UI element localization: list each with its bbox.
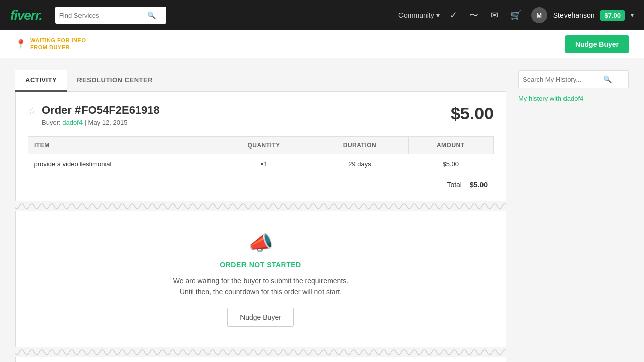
- order-not-started-section: 📣 ORDER NOT STARTED We are waiting for t…: [15, 211, 506, 347]
- row-quantity: ×1: [216, 154, 311, 174]
- logo[interactable]: fiverr.: [10, 8, 42, 23]
- messages-icon[interactable]: ✉: [489, 10, 500, 21]
- checkmark-icon[interactable]: ✓: [448, 10, 459, 21]
- right-panel: 🔍 My history with dadof4: [518, 70, 629, 362]
- nav-right: M Stevehanson $7.00 ▾: [531, 7, 634, 23]
- order-status-label: ORDER NOT STARTED: [28, 261, 494, 269]
- wavy-divider-bottom: [15, 347, 506, 357]
- history-search-input[interactable]: [523, 76, 603, 83]
- row-item: provide a video testimonial: [28, 154, 216, 174]
- search-bar[interactable]: 🔍: [55, 7, 166, 24]
- nudge-buyer-button-top[interactable]: Nudge Buyer: [565, 35, 629, 53]
- status-line1: WAITING FOR INFO: [30, 37, 86, 44]
- pin-icon: 📍: [15, 39, 26, 50]
- quick-response-section: Use a quick response ▾ NEW: [15, 357, 506, 362]
- favorite-star-icon[interactable]: ☆: [28, 105, 37, 117]
- left-panel: ACTIVITY RESOLUTION CENTER ☆ Order #FO54…: [15, 70, 506, 362]
- search-input[interactable]: [59, 12, 147, 19]
- nudge-buyer-button-center[interactable]: Nudge Buyer: [227, 308, 294, 327]
- col-quantity: QUANTITY: [216, 137, 311, 154]
- community-button[interactable]: Community ▾: [398, 11, 440, 19]
- cart-icon[interactable]: 🛒: [508, 10, 523, 21]
- order-title: Order #FO54F2E61918: [42, 104, 160, 117]
- analytics-icon[interactable]: 〜: [467, 9, 480, 21]
- username-label: Stevehanson: [553, 11, 595, 19]
- col-amount: AMOUNT: [408, 137, 493, 154]
- user-menu-chevron-icon[interactable]: ▾: [631, 12, 634, 19]
- community-chevron-icon: ▾: [436, 11, 440, 19]
- buyer-name-link[interactable]: dadof4: [62, 119, 83, 126]
- avatar[interactable]: M: [531, 7, 547, 23]
- status-left: 📍 WAITING FOR INFO FROM BUYER: [15, 37, 86, 50]
- table-row: provide a video testimonial ×1 29 days $…: [28, 154, 494, 174]
- order-price: $5.00: [451, 104, 494, 123]
- main-content: ACTIVITY RESOLUTION CENTER ☆ Order #FO54…: [0, 58, 644, 362]
- history-search-bar[interactable]: 🔍: [518, 70, 629, 88]
- wavy-divider-top: [15, 201, 506, 211]
- order-header: ☆ Order #FO54F2E61918 Buyer: dadof4 | Ma…: [28, 104, 494, 126]
- total-amount: $5.00: [470, 180, 488, 189]
- navbar: fiverr. 🔍 Community ▾ ✓ 〜 ✉ 🛒 M Stevehan…: [0, 0, 644, 30]
- row-duration: 29 days: [311, 154, 408, 174]
- status-bar: 📍 WAITING FOR INFO FROM BUYER Nudge Buye…: [0, 30, 644, 58]
- order-table: ITEM QUANTITY DURATION AMOUNT provide a …: [28, 136, 494, 174]
- megaphone-icon: 📣: [28, 231, 494, 255]
- order-title-section: ☆ Order #FO54F2E61918 Buyer: dadof4 | Ma…: [28, 104, 160, 126]
- row-amount: $5.00: [408, 154, 493, 174]
- tabs: ACTIVITY RESOLUTION CENTER: [15, 70, 506, 92]
- search-icon: 🔍: [147, 11, 156, 19]
- total-row: Total $5.00: [28, 174, 494, 189]
- status-line2: FROM BUYER: [30, 44, 86, 51]
- col-duration: DURATION: [311, 137, 408, 154]
- col-item: ITEM: [28, 137, 216, 154]
- balance-badge[interactable]: $7.00: [600, 10, 625, 21]
- status-description: We are waiting for the buyer to submit t…: [28, 275, 494, 298]
- status-text-block: WAITING FOR INFO FROM BUYER: [30, 37, 86, 50]
- order-card: ☆ Order #FO54F2E61918 Buyer: dadof4 | Ma…: [15, 92, 506, 201]
- history-link[interactable]: My history with dadof4: [518, 95, 629, 102]
- total-label: Total: [447, 180, 462, 189]
- order-meta: Buyer: dadof4 | May 12, 2015: [42, 119, 160, 126]
- history-search-icon: 🔍: [603, 75, 612, 83]
- tab-resolution-center[interactable]: RESOLUTION CENTER: [67, 70, 163, 92]
- tab-activity[interactable]: ACTIVITY: [15, 70, 67, 92]
